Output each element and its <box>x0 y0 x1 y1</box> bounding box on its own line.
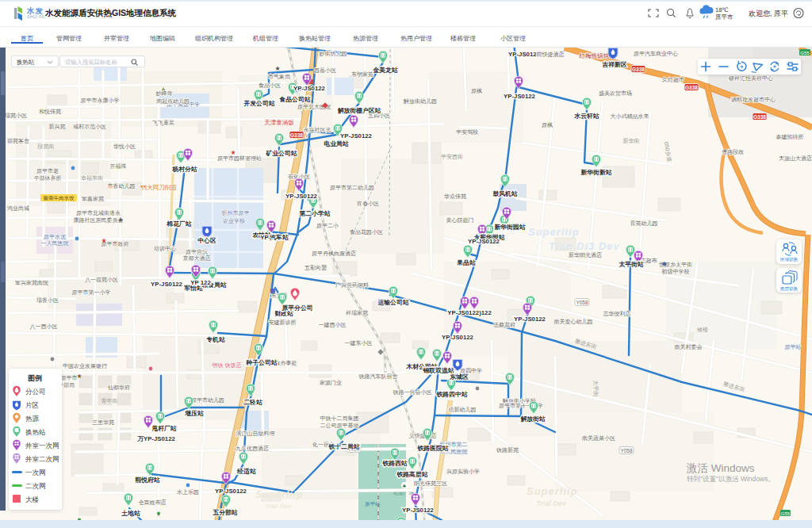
svg-text:妙峰寺: 妙峰寺 <box>155 90 173 97</box>
svg-text:图例: 图例 <box>28 374 42 382</box>
svg-text:铁路西站: 铁路西站 <box>381 460 407 467</box>
svg-text:土地站: 土地站 <box>121 510 140 517</box>
svg-text:一次网: 一次网 <box>25 469 46 476</box>
svg-text:一建西小区: 一建西小区 <box>319 322 347 328</box>
svg-text:原平市第一小学: 原平市第一小学 <box>72 289 111 295</box>
svg-text:天津童涵饭: 天津童涵饭 <box>264 119 294 126</box>
svg-text:一人民医院: 一人民医院 <box>41 240 69 247</box>
svg-text:二次网: 二次网 <box>25 482 46 490</box>
svg-text:¶¶大同刀削面: ¶¶大同刀削面 <box>140 184 177 191</box>
svg-text:铁路高层站: 铁路高层站 <box>396 471 428 478</box>
svg-text:原平站: 原平站 <box>365 501 381 507</box>
svg-text:经适站: 经适站 <box>236 468 256 475</box>
svg-text:解放街站: 解放街站 <box>519 415 545 423</box>
svg-text:图层切换: 图层切换 <box>780 286 799 292</box>
svg-text:★: ★ <box>274 65 280 72</box>
svg-text:原平营沉: 原平营沉 <box>186 249 208 255</box>
svg-text:G55: G55 <box>800 51 810 55</box>
svg-text:区域切换: 区域切换 <box>780 257 799 262</box>
svg-text:兴原实验小学: 兴原实验小学 <box>446 469 480 475</box>
svg-text:东明家苑: 东明家苑 <box>351 71 373 78</box>
svg-text:原平汽车商业中心: 原平汽车商业中心 <box>634 51 678 57</box>
svg-text:YP-JS0122)122: YP-JS0122)122 <box>447 309 492 316</box>
svg-text:原平二小: 原平二小 <box>316 223 339 228</box>
svg-text:原平市园林管理站: 原平市园林管理站 <box>217 155 262 162</box>
svg-text:食品小区: 食品小区 <box>259 82 281 89</box>
svg-text:水上乐园: 水上乐园 <box>177 489 199 495</box>
svg-text:东城区: 东城区 <box>449 373 469 381</box>
svg-text:三里华苑: 三里华苑 <box>92 419 114 426</box>
svg-text:平安驾校: 平安驾校 <box>456 129 478 135</box>
svg-text:Y058: Y058 <box>576 300 588 305</box>
svg-text:原枫: 原枫 <box>542 122 553 128</box>
svg-text:铁路汽车队宿舍: 铁路汽车队宿舍 <box>358 373 398 380</box>
svg-text:矿业公司站: 矿业公司站 <box>266 149 297 157</box>
svg-text:Superliip: Superliip <box>528 226 580 238</box>
svg-text:▲: ▲ <box>161 86 167 91</box>
svg-text:家源门业: 家源门业 <box>320 380 342 386</box>
svg-text:井室一次网: 井室一次网 <box>25 442 59 450</box>
svg-text:熙悦府站: 熙悦府站 <box>135 476 159 484</box>
svg-text:培新幼儿园: 培新幼儿园 <box>448 406 477 413</box>
svg-text:Trial Dev: Trial Dev <box>536 499 567 507</box>
svg-text:久红超市: 久红超市 <box>662 76 684 83</box>
svg-text:铁十二局站: 铁十二局站 <box>328 443 360 450</box>
svg-text:解放街棚户区站: 解放街棚户区站 <box>337 107 381 114</box>
svg-text:九久优西酒店: 九久优西酒店 <box>236 445 269 452</box>
svg-text:井室二次网: 井室二次网 <box>25 455 59 463</box>
svg-text:原平市北城街道永: 原平市北城街道永 <box>76 209 121 216</box>
svg-text:欢迎您, 原平: 欢迎您, 原平 <box>749 10 788 17</box>
svg-text:YP-JS0122: YP-JS0122 <box>402 507 435 514</box>
svg-text:新兴苑: 新兴苑 <box>49 123 66 130</box>
svg-text:金美龙站: 金美龙站 <box>372 66 397 74</box>
svg-text:★: ★ <box>722 147 727 155</box>
svg-text:♣: ♣ <box>403 483 407 488</box>
svg-text:YP-JS0122: YP-JS0122 <box>514 316 546 323</box>
svg-text:中铁十二局集团: 中铁十二局集团 <box>320 415 359 422</box>
svg-text:康路社区居民委员会: 康路社区居民委员会 <box>74 216 124 224</box>
svg-text:原平市幼儿园: 原平市幼儿园 <box>191 396 224 404</box>
svg-text:鸿业尚城: 鸿业尚城 <box>7 205 29 212</box>
svg-text:安建新诊所: 安建新诊所 <box>269 319 297 326</box>
svg-text:专机站: 专机站 <box>205 336 225 343</box>
svg-text:南关爱心幼儿园: 南关爱心幼儿园 <box>554 318 593 325</box>
svg-text:永兴社区光: 永兴社区光 <box>304 127 331 133</box>
svg-text:鼓风机站: 鼓风机站 <box>492 190 517 197</box>
svg-text:和悦佳苑: 和悦佳苑 <box>39 109 61 115</box>
svg-text:YP 122: YP 122 <box>190 279 211 286</box>
svg-text:Trial Dev: Trial Dev <box>265 503 292 510</box>
svg-text:Tian Di3 Dev: Tian Di3 Dev <box>549 240 620 252</box>
svg-text:华众佳苑: 华众佳苑 <box>444 193 466 200</box>
svg-text:荷快捷酒店: 荷快捷酒店 <box>537 51 565 58</box>
svg-text:大楼: 大楼 <box>25 495 40 503</box>
svg-text:分公司: 分公司 <box>25 388 46 396</box>
svg-text:Y058: Y058 <box>620 448 633 453</box>
svg-text:换热站: 换热站 <box>25 428 46 436</box>
svg-text:棉花厂站: 棉花厂站 <box>166 220 191 228</box>
svg-text:原平站: 原平站 <box>785 344 802 350</box>
svg-text:堰压站: 堰压站 <box>184 410 204 417</box>
svg-text:原平丹枫白露酒店: 原平丹枫白露酒店 <box>312 250 356 257</box>
svg-text:解放街幼儿园: 解放街幼儿园 <box>403 98 437 105</box>
svg-text:京都大酒店: 京都大酒店 <box>183 254 211 262</box>
svg-text:食品花园小区: 食品花园小区 <box>350 229 383 235</box>
svg-text:YP-JS0122: YP-JS0122 <box>442 334 474 341</box>
svg-text:广兴营药饲料: 广兴营药饲料 <box>335 282 369 289</box>
svg-text:YP-JS0122: YP-JS0122 <box>293 85 326 92</box>
svg-text:G338: G338 <box>632 67 645 72</box>
svg-text:八一霞苑小区: 八一霞苑小区 <box>85 277 118 283</box>
svg-text:★: ★ <box>101 237 106 244</box>
svg-text:运输公司站: 运输公司站 <box>377 299 409 306</box>
svg-text:平安西街: 平安西街 <box>441 154 463 160</box>
svg-text:原枫: 原枫 <box>471 88 482 94</box>
svg-text:宵春小区: 宵春小区 <box>357 201 379 207</box>
svg-text:盛美农贸市场: 盛美农贸市场 <box>599 90 632 97</box>
svg-text:甩杆厂站: 甩杆厂站 <box>151 425 176 432</box>
svg-text:农业学校: 农业学校 <box>222 218 245 224</box>
svg-text:伍蔡花府: 伍蔡花府 <box>493 322 515 328</box>
svg-text:五分部站: 五分部站 <box>212 509 237 516</box>
svg-text:濱江山自助料理: 濱江山自助料理 <box>236 430 275 437</box>
svg-text:培训中心: 培训中心 <box>153 246 176 251</box>
svg-text:城村示范小区: 城村示范小区 <box>72 124 106 130</box>
svg-text:新华街园站: 新华街园站 <box>494 224 526 231</box>
